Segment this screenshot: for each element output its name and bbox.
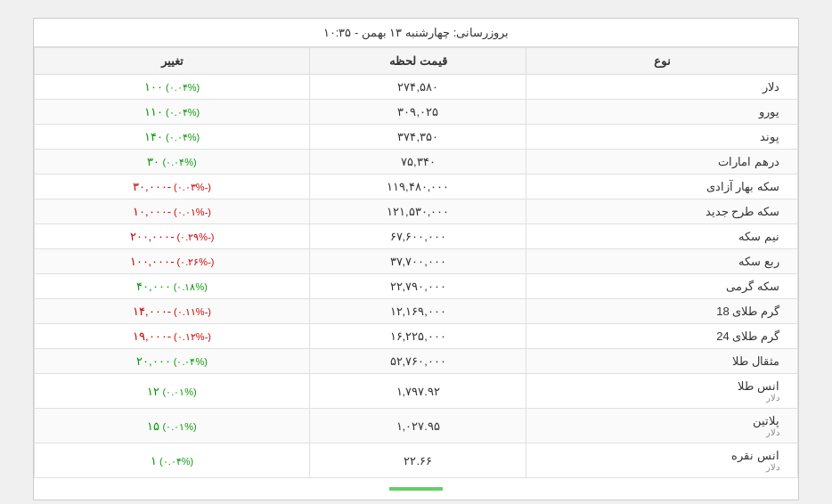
main-container: بروزرسانی: چهارشنبه ۱۳ بهمن - ۱۰:۳۵ نوع …	[33, 18, 799, 500]
table-row: انس طلادلار۱,۷۹۷.۹۲(۰.۰۱%) ۱۲	[35, 374, 798, 409]
table-row: پلاتیندلار۱,۰۲۷.۹۵(۰.۰۱%) ۱۵	[35, 409, 798, 443]
cell-price: ۱۱۹,۴۸۰,۰۰۰	[310, 175, 526, 199]
cell-price: ۱۶,۲۲۵,۰۰۰	[310, 324, 526, 349]
cell-change: (۰.۰۴%) ۳۰	[35, 150, 310, 175]
cell-change: (۰.۰۴%) ۱۴۰	[35, 125, 310, 150]
cell-change: (۰.۱۸%) ۴۰,۰۰۰	[35, 274, 310, 299]
table-row: گرم طلای 24۱۶,۲۲۵,۰۰۰(-۰.۱۲%) -۱۹,۰۰۰	[35, 324, 798, 349]
cell-change: (-۰.۰۳%) -۳۰,۰۰۰	[35, 175, 310, 199]
cell-change: (-۰.۲۶%) -۱۰۰,۰۰۰	[35, 249, 310, 274]
table-row: سکه بهار آزادی۱۱۹,۴۸۰,۰۰۰(-۰.۰۳%) -۳۰,۰۰…	[35, 175, 798, 199]
cell-price: ۳۰۹,۰۲۵	[310, 100, 526, 125]
col-price-header: قیمت لحظه	[310, 48, 526, 75]
cell-price: ۱,۰۲۷.۹۵	[310, 409, 526, 443]
cell-type: پوند	[526, 125, 798, 150]
header: بروزرسانی: چهارشنبه ۱۳ بهمن - ۱۰:۳۵	[34, 19, 798, 47]
cell-type: درهم امارات	[526, 150, 798, 175]
table-row: ربع سکه۳۷,۷۰۰,۰۰۰(-۰.۲۶%) -۱۰۰,۰۰۰	[35, 249, 798, 274]
col-change-header: تغییر	[35, 48, 310, 75]
table-row: درهم امارات۷۵,۳۴۰(۰.۰۴%) ۳۰	[35, 150, 798, 175]
cell-type: سکه طرح جدید	[526, 199, 798, 224]
cell-type: ربع سکه	[526, 249, 798, 274]
cell-change: (۰.۰۴%) ۱	[35, 443, 310, 478]
header-title: بروزرسانی: چهارشنبه ۱۳ بهمن - ۱۰:۳۵	[323, 26, 510, 39]
col-type-header: نوع	[526, 48, 798, 75]
cell-price: ۶۷,۶۰۰,۰۰۰	[310, 224, 526, 249]
cell-type: مثقال طلا	[526, 349, 798, 374]
cell-change: (-۰.۰۱%) -۱۰,۰۰۰	[35, 199, 310, 224]
cell-change: (-۰.۱۱%) -۱۴,۰۰۰	[35, 299, 310, 324]
cell-type: دلار	[526, 75, 798, 100]
table-row: پوند۳۷۴,۳۵۰(۰.۰۴%) ۱۴۰	[35, 125, 798, 150]
cell-type: انس نقرهدلار	[526, 443, 798, 478]
table-row: انس نقرهدلار۲۲.۶۶(۰.۰۴%) ۱	[35, 443, 798, 478]
cell-type: سکه گرمی	[526, 274, 798, 299]
cell-price: ۳۷۴,۳۵۰	[310, 125, 526, 150]
table-row: گرم طلای 18۱۲,۱۶۹,۰۰۰(-۰.۱۱%) -۱۴,۰۰۰	[35, 299, 798, 324]
footer-bar	[389, 487, 443, 491]
cell-price: ۱۲,۱۶۹,۰۰۰	[310, 299, 526, 324]
cell-price: ۲۲,۷۹۰,۰۰۰	[310, 274, 526, 299]
table-row: سکه گرمی۲۲,۷۹۰,۰۰۰(۰.۱۸%) ۴۰,۰۰۰	[35, 274, 798, 299]
cell-change: (۰.۰۴%) ۱۱۰	[35, 100, 310, 125]
cell-price: ۵۲,۷۶۰,۰۰۰	[310, 349, 526, 374]
cell-type: سکه بهار آزادی	[526, 175, 798, 199]
cell-change: (-۰.۱۲%) -۱۹,۰۰۰	[35, 324, 310, 349]
table-row: مثقال طلا۵۲,۷۶۰,۰۰۰(۰.۰۴%) ۲۰,۰۰۰	[35, 349, 798, 374]
table-row: نیم سکه۶۷,۶۰۰,۰۰۰(-۰.۲۹%) -۲۰۰,۰۰۰	[35, 224, 798, 249]
cell-type: انس طلادلار	[526, 374, 798, 409]
cell-change: (۰.۰۴%) ۲۰,۰۰۰	[35, 349, 310, 374]
prices-table: نوع قیمت لحظه تغییر دلار۲۷۴,۵۸۰(۰.۰۴%) ۱…	[34, 47, 798, 478]
cell-type: نیم سکه	[526, 224, 798, 249]
cell-price: ۷۵,۳۴۰	[310, 150, 526, 175]
cell-price: ۲۲.۶۶	[310, 443, 526, 478]
table-row: یورو۳۰۹,۰۲۵(۰.۰۴%) ۱۱۰	[35, 100, 798, 125]
cell-change: (۰.۰۱%) ۱۲	[35, 374, 310, 409]
cell-price: ۳۷,۷۰۰,۰۰۰	[310, 249, 526, 274]
cell-price: ۱,۷۹۷.۹۲	[310, 374, 526, 409]
cell-type: پلاتیندلار	[526, 409, 798, 443]
cell-change: (-۰.۲۹%) -۲۰۰,۰۰۰	[35, 224, 310, 249]
cell-type: یورو	[526, 100, 798, 125]
cell-type: گرم طلای 24	[526, 324, 798, 349]
cell-change: (۰.۰۱%) ۱۵	[35, 409, 310, 443]
table-header-row: نوع قیمت لحظه تغییر	[35, 48, 798, 75]
table-row: دلار۲۷۴,۵۸۰(۰.۰۴%) ۱۰۰	[35, 75, 798, 100]
cell-type: گرم طلای 18	[526, 299, 798, 324]
cell-change: (۰.۰۴%) ۱۰۰	[35, 75, 310, 100]
cell-price: ۲۷۴,۵۸۰	[310, 75, 526, 100]
table-row: سکه طرح جدید۱۲۱,۵۳۰,۰۰۰(-۰.۰۱%) -۱۰,۰۰۰	[35, 199, 798, 224]
cell-price: ۱۲۱,۵۳۰,۰۰۰	[310, 199, 526, 224]
